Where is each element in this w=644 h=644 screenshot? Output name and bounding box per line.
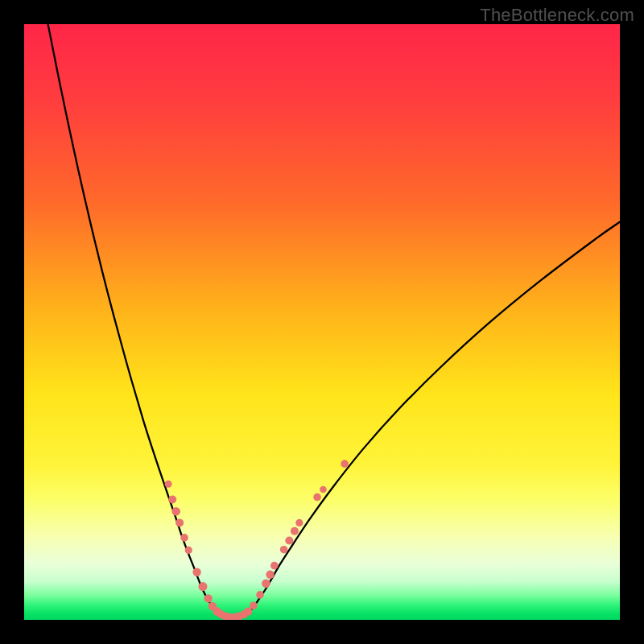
sample-dot	[199, 582, 208, 591]
sample-dot	[175, 518, 184, 526]
sample-dot	[266, 571, 274, 579]
sample-dot	[204, 594, 212, 602]
sample-dot	[285, 537, 293, 545]
sample-dot	[320, 486, 327, 493]
sample-dot	[295, 519, 303, 526]
sample-dot	[270, 562, 279, 570]
sample-dot	[291, 527, 299, 535]
gradient-background	[24, 24, 620, 620]
sample-dot	[280, 546, 288, 554]
sample-dot	[180, 534, 188, 542]
sample-dot	[256, 591, 264, 599]
sample-dot	[244, 607, 252, 615]
chart-frame: TheBottleneck.com	[0, 0, 644, 644]
sample-dot	[171, 507, 180, 516]
sample-dot	[165, 481, 172, 488]
plot-area	[24, 24, 620, 620]
sample-dot	[168, 496, 176, 504]
sample-dot	[313, 493, 321, 502]
sample-dot	[262, 580, 270, 588]
watermark-text: TheBottleneck.com	[480, 5, 634, 26]
sample-dot	[250, 601, 258, 609]
sample-dot	[185, 547, 192, 554]
chart-svg	[24, 24, 620, 620]
sample-dot	[341, 460, 349, 468]
sample-dot	[192, 568, 200, 576]
